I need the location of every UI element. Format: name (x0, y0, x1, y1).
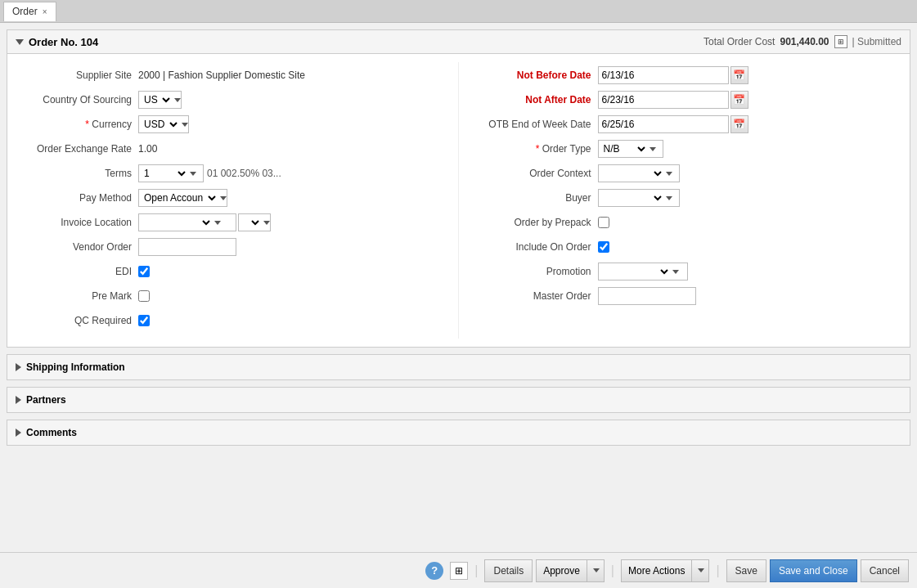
invoice-location-row: Invoice Location (24, 213, 442, 232)
partners-header[interactable]: Partners (7, 388, 910, 412)
invoice-location-select2[interactable] (239, 214, 262, 231)
collapse-icon[interactable] (16, 39, 24, 45)
shipping-section: Shipping Information (7, 354, 910, 380)
country-sourcing-select-wrapper[interactable]: US (138, 91, 182, 109)
comments-title: Comments (26, 427, 77, 438)
more-actions-dropdown-arrow (698, 568, 704, 572)
right-column: Not Before Date 📅 Not After Date 📅 OT (459, 62, 910, 339)
terms-select-wrapper[interactable]: 1 (138, 164, 204, 182)
country-sourcing-row: Country Of Sourcing US (24, 90, 442, 110)
order-context-row: Order Context (483, 164, 894, 183)
promotion-select-wrapper[interactable] (598, 263, 688, 281)
more-actions-dropdown-button[interactable] (691, 559, 709, 582)
invoice-location-dropdown-arrow (214, 221, 221, 225)
master-order-row: Master Order (483, 286, 894, 306)
order-type-label: * Order Type (483, 143, 598, 155)
partners-expand-icon (16, 396, 21, 404)
calculator-icon[interactable]: ⊞ (834, 35, 847, 48)
approve-button[interactable]: Approve (536, 559, 587, 582)
currency-select-wrapper[interactable]: USD (138, 115, 189, 133)
order-by-prepack-row: Order by Prepack (483, 213, 894, 232)
promotion-label: Promotion (483, 266, 598, 277)
save-button[interactable]: Save (726, 559, 766, 582)
terms-row: Terms 1 01 002.50% 03... (24, 164, 442, 183)
not-before-date-input[interactable] (598, 66, 729, 84)
promotion-dropdown-arrow (672, 270, 679, 274)
scrollable-area[interactable]: Order No. 104 Total Order Cost 901,440.0… (0, 23, 917, 552)
comments-section: Comments (7, 420, 910, 446)
tab-close-icon[interactable]: × (43, 7, 47, 16)
separator-3: | (716, 563, 719, 578)
not-before-calendar-icon[interactable]: 📅 (730, 66, 748, 84)
terms-label: Terms (24, 168, 138, 179)
shipping-expand-icon (16, 363, 21, 371)
not-before-date-label: Not Before Date (483, 70, 598, 81)
invoice-location-select2-wrapper[interactable] (238, 213, 271, 231)
invoice-location-select[interactable] (139, 214, 213, 231)
vendor-order-row: Vendor Order (24, 237, 442, 257)
help-icon[interactable]: ? (425, 562, 443, 580)
buyer-dropdown-arrow (666, 196, 672, 200)
not-after-calendar-icon[interactable]: 📅 (730, 91, 748, 109)
pay-method-dropdown-arrow (220, 196, 227, 200)
buyer-select-wrapper[interactable] (598, 189, 680, 207)
currency-label: * Currency (24, 119, 138, 130)
currency-required-star: * (85, 119, 89, 130)
order-title-left: Order No. 104 (16, 36, 98, 48)
order-context-label: Order Context (483, 168, 598, 179)
not-before-date-row: Not Before Date 📅 (483, 65, 894, 85)
currency-select[interactable]: USD (139, 116, 180, 132)
order-context-select-wrapper[interactable] (598, 164, 680, 182)
shipping-header[interactable]: Shipping Information (7, 355, 910, 379)
comments-expand-icon (16, 429, 21, 437)
save-close-button[interactable]: Save and Close (770, 559, 857, 582)
master-order-label: Master Order (483, 290, 598, 302)
order-type-required-star: * (536, 143, 540, 155)
order-context-dropdown-arrow (666, 172, 672, 176)
pay-method-select[interactable]: Open Accoun (139, 190, 218, 206)
separator-1: | (474, 563, 478, 578)
order-by-prepack-checkbox[interactable] (598, 217, 609, 228)
buyer-select[interactable] (599, 190, 664, 206)
order-type-select-wrapper[interactable]: N/B (598, 140, 663, 158)
buyer-label: Buyer (483, 192, 598, 204)
edi-label: EDI (24, 266, 138, 277)
comments-header[interactable]: Comments (7, 420, 910, 445)
order-context-select[interactable] (599, 165, 664, 182)
supplier-site-value: 2000 | Fashion Supplier Domestic Site (138, 70, 305, 81)
order-tab[interactable]: Order × (3, 2, 56, 21)
invoice-location-select-wrapper[interactable] (138, 213, 236, 231)
otb-end-calendar-icon[interactable]: 📅 (730, 115, 748, 133)
qc-required-checkbox[interactable] (138, 315, 150, 326)
pay-method-select-wrapper[interactable]: Open Accoun (138, 189, 227, 207)
spreadsheet-icon[interactable]: ⊞ (450, 562, 468, 580)
order-type-select[interactable]: N/B (599, 141, 648, 157)
shipping-title: Shipping Information (26, 361, 125, 373)
country-sourcing-dropdown-arrow (174, 98, 181, 102)
master-order-input[interactable] (598, 287, 696, 305)
vendor-order-input[interactable] (138, 238, 236, 256)
order-type-dropdown-arrow (650, 147, 656, 151)
country-sourcing-label: Country Of Sourcing (24, 94, 138, 105)
promotion-select[interactable] (599, 263, 671, 280)
pre-mark-checkbox[interactable] (138, 290, 150, 302)
supplier-site-label: Supplier Site (24, 70, 138, 81)
country-sourcing-select[interactable]: US (139, 92, 173, 108)
otb-end-input[interactable] (598, 115, 729, 133)
not-after-date-input[interactable] (598, 91, 729, 109)
not-after-date-row: Not After Date 📅 (483, 90, 894, 110)
approve-dropdown-button[interactable] (587, 559, 605, 582)
details-button[interactable]: Details (484, 559, 533, 582)
terms-select[interactable]: 1 (139, 165, 188, 182)
otb-end-row: OTB End of Week Date 📅 (483, 114, 894, 134)
more-actions-button[interactable]: More Actions (621, 559, 691, 582)
pre-mark-label: Pre Mark (24, 290, 138, 302)
invoice-location-label: Invoice Location (24, 217, 138, 228)
edi-checkbox[interactable] (138, 266, 150, 277)
include-on-order-checkbox[interactable] (598, 241, 609, 253)
footer-bar: ? ⊞ | Details Approve | More Actions | S… (0, 552, 917, 588)
order-type-row: * Order Type N/B (483, 139, 894, 159)
cancel-button[interactable]: Cancel (861, 559, 909, 582)
include-on-order-label: Include On Order (483, 241, 598, 253)
submitted-status: | Submitted (852, 36, 901, 47)
